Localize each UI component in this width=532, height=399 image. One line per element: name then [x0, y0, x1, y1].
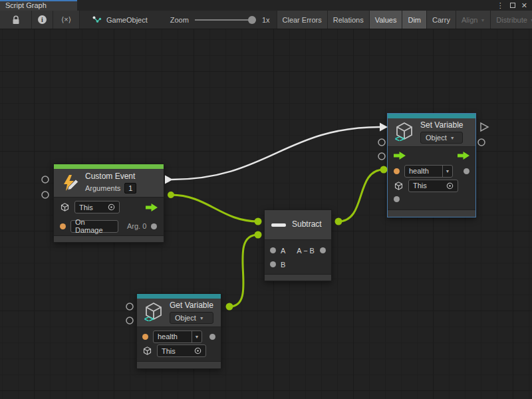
wire-flow-customevent-setvariable[interactable]	[172, 127, 380, 180]
chevron-down-icon: ▼	[480, 18, 485, 23]
svg-text:<>: <>	[144, 315, 154, 323]
event-port[interactable]	[60, 223, 66, 229]
outer-flow-triangle[interactable]	[481, 123, 488, 131]
tab-script-graph[interactable]: Script Graph	[0, 0, 77, 11]
variable-name-dropdown[interactable]: health ▼	[404, 165, 453, 178]
target-picker-icon[interactable]	[108, 203, 115, 211]
subtract-header[interactable]: Subtract	[265, 210, 331, 240]
lock-button[interactable]	[0, 11, 32, 29]
cube-icon	[394, 181, 404, 191]
input-a-port[interactable]	[270, 247, 276, 253]
node-subtract[interactable]: Subtract A A − B B	[264, 209, 332, 281]
tab-title: Script Graph	[5, 2, 47, 9]
tab-bar: Script Graph ⋮ ✕	[0, 0, 532, 11]
node-custom-event[interactable]: Custom Event Arguments 1 This	[53, 164, 164, 243]
custom-event-header[interactable]: Custom Event Arguments 1	[54, 169, 164, 198]
outer-port-ring[interactable]	[42, 176, 49, 183]
align-button[interactable]: Align ▼	[456, 11, 491, 29]
variable-scope-dropdown[interactable]: Object ▼	[170, 312, 213, 324]
value-input-port[interactable]	[394, 196, 400, 202]
flow-output-port[interactable]	[146, 203, 158, 211]
outer-port-ring[interactable]	[378, 153, 385, 160]
chevron-down-icon: ▼	[200, 316, 204, 321]
set-variable-header[interactable]: <> Set Variable Object ▼	[388, 118, 475, 147]
output-port[interactable]	[320, 247, 326, 253]
variable-name-dropdown[interactable]: health ▼	[153, 331, 202, 343]
target-field[interactable]: This	[74, 201, 120, 213]
cube-icon	[142, 346, 152, 356]
window-controls: ⋮ ✕	[497, 0, 532, 11]
subtract-icon	[271, 223, 286, 227]
close-icon[interactable]: ✕	[521, 2, 527, 9]
value-output-port[interactable]	[464, 168, 469, 174]
chevron-down-icon: ▼	[192, 331, 201, 342]
flow-input-port[interactable]	[394, 152, 406, 160]
svg-text:<>: <>	[395, 134, 404, 143]
script-graph-icon	[92, 15, 102, 25]
wire-subtract-to-setvariable[interactable]	[338, 170, 384, 221]
node-set-variable[interactable]: <> Set Variable Object ▼	[387, 113, 476, 217]
clear-errors-button[interactable]: Clear Errors	[277, 11, 328, 29]
cube-icon	[60, 202, 70, 212]
variable-accent-bar	[137, 294, 221, 299]
edit-graph-button[interactable]: ⟨×⟩	[53, 11, 80, 29]
variable-name-port[interactable]	[394, 168, 400, 174]
zoom-slider[interactable]	[195, 15, 256, 25]
zoom-control: Zoom 1x	[170, 11, 270, 29]
more-icon[interactable]: ⋮	[497, 2, 504, 9]
get-variable-header[interactable]: <> Get Variable Object ▼	[137, 299, 221, 327]
arg-label: Arg. 0	[127, 222, 146, 230]
arguments-input[interactable]: 1	[124, 183, 136, 194]
arg-output-port[interactable]	[151, 223, 157, 229]
info-icon: i	[38, 15, 47, 24]
input-b-port[interactable]	[270, 261, 276, 267]
node-title: Subtract	[292, 220, 322, 229]
distribute-button[interactable]: Distribute ▼	[491, 11, 532, 29]
node-title: Set Variable	[420, 121, 463, 130]
graph-target-label: GameObject	[106, 16, 148, 24]
outer-port-ring[interactable]	[478, 139, 485, 146]
event-accent-bar	[54, 164, 164, 169]
maximize-icon[interactable]	[510, 3, 515, 8]
node-footer	[54, 235, 164, 242]
toolbar-left-group: i ⟨×⟩	[0, 11, 80, 29]
node-footer	[265, 274, 331, 281]
relations-button[interactable]: Relations	[328, 11, 370, 29]
info-button[interactable]: i	[32, 11, 53, 29]
wire-endpoint	[255, 218, 262, 225]
dim-button[interactable]: Dim	[402, 11, 427, 29]
zoom-slider-track[interactable]	[195, 19, 256, 21]
target-field[interactable]: This	[157, 344, 206, 357]
graph-canvas[interactable]: Custom Event Arguments 1 This	[0, 29, 532, 399]
carry-button[interactable]: Carry	[427, 11, 456, 29]
input-b-label: B	[281, 261, 285, 269]
toolbar-buttons: Clear Errors Relations Values Dim Carry …	[277, 11, 532, 29]
chevron-down-icon: ▼	[442, 166, 452, 177]
variable-name-port[interactable]	[142, 334, 148, 340]
target-picker-icon[interactable]	[194, 347, 201, 354]
values-button[interactable]: Values	[370, 11, 403, 29]
node-get-variable[interactable]: <> Get Variable Object ▼ health ▼	[136, 293, 221, 369]
outer-port-ring[interactable]	[126, 303, 133, 310]
event-name-field[interactable]: On Damage	[70, 220, 118, 233]
value-output-port[interactable]	[209, 334, 215, 340]
variable-scope-dropdown[interactable]: Object ▼	[420, 132, 463, 144]
wire-endpoint	[335, 218, 342, 225]
target-picker-icon[interactable]	[446, 182, 454, 190]
variable-accent-bar	[388, 114, 475, 118]
graph-target: GameObject	[92, 11, 148, 29]
zoom-value: 1x	[262, 16, 270, 24]
zoom-slider-knob[interactable]	[248, 16, 256, 24]
variable-cube-icon: <>	[144, 302, 164, 323]
custom-event-icon	[61, 174, 79, 192]
flow-output-port[interactable]	[458, 152, 469, 160]
node-title: Get Variable	[170, 301, 213, 310]
outer-port-ring[interactable]	[126, 317, 133, 324]
outer-port-ring[interactable]	[42, 192, 49, 198]
target-field[interactable]: This	[408, 180, 458, 192]
lock-icon	[12, 15, 20, 25]
wire-arg0-to-subtract-a[interactable]	[171, 195, 258, 221]
node-title: Custom Event	[85, 172, 136, 181]
wire-getvariable-to-subtract-b[interactable]	[229, 235, 258, 307]
outer-port-ring[interactable]	[378, 139, 385, 146]
